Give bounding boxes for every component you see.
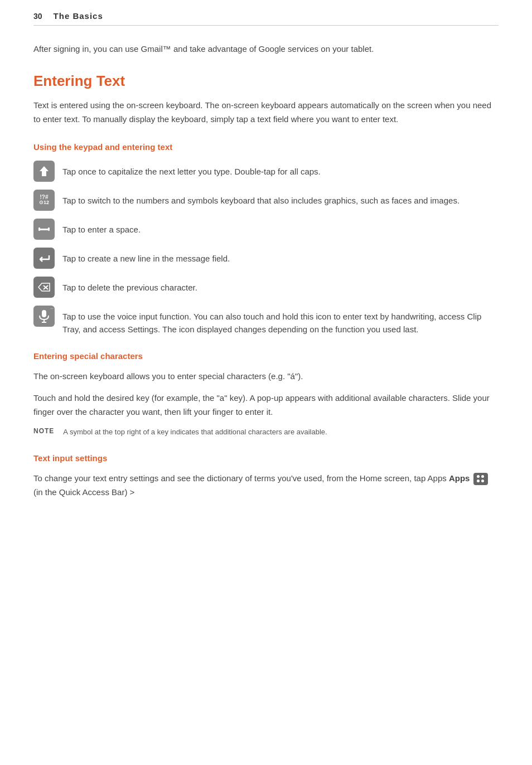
text-input-body-before: To change your text entry settings and s… bbox=[33, 473, 447, 483]
entering-special-section: Entering special characters The on-scree… bbox=[33, 351, 499, 438]
list-item: Tap once to capitalize the next letter y… bbox=[33, 161, 499, 182]
page-header: 30 The Basics bbox=[33, 11, 499, 26]
enter-key-icon bbox=[33, 248, 55, 269]
keypad-items-list: Tap once to capitalize the next letter y… bbox=[33, 161, 499, 336]
entering-text-title: Entering Text bbox=[33, 72, 499, 90]
text-input-body: To change your text entry settings and s… bbox=[33, 472, 499, 500]
entering-text-section: Entering Text Text is entered using the … bbox=[33, 72, 499, 336]
list-item: ··· Tap to use the voice input function.… bbox=[33, 306, 499, 336]
page-number: 30 bbox=[33, 12, 42, 21]
text-input-body-after: (in the Quick Access Bar) > bbox=[33, 487, 134, 497]
space-key-text: Tap to enter a space. bbox=[62, 219, 141, 236]
delete-key-text: Tap to delete the previous character. bbox=[62, 277, 197, 294]
list-item: Tap to enter a space. bbox=[33, 219, 499, 240]
mic-key-text: Tap to use the voice input function. You… bbox=[62, 306, 499, 336]
list-item: !?# ⊙12 Tap to switch to the numbers and… bbox=[33, 190, 499, 211]
mic-key-icon: ··· bbox=[33, 306, 55, 327]
apps-dot bbox=[481, 480, 484, 482]
list-item: Tap to delete the previous character. bbox=[33, 277, 499, 298]
apps-icon bbox=[473, 473, 488, 485]
svg-rect-3 bbox=[48, 227, 50, 231]
svg-rect-2 bbox=[38, 227, 40, 231]
text-input-settings-title: Text input settings bbox=[33, 453, 499, 463]
list-item: Tap to create a new line in the message … bbox=[33, 248, 499, 269]
entering-special-body1: The on-screen keyboard allows you to ent… bbox=[33, 370, 499, 384]
entering-special-body2: Touch and hold the desired key (for exam… bbox=[33, 391, 499, 419]
intro-text: After signing in, you can use Gmail™ and… bbox=[33, 42, 499, 56]
num-key-icon: !?# ⊙12 bbox=[33, 190, 55, 211]
keypad-subsection-title: Using the keypad and entering text bbox=[33, 142, 499, 152]
apps-label: Apps bbox=[449, 473, 472, 483]
delete-key-icon bbox=[33, 277, 55, 298]
shift-key-icon bbox=[33, 161, 55, 182]
text-input-section: Text input settings To change your text … bbox=[33, 453, 499, 500]
keypad-subsection: Using the keypad and entering text Tap o… bbox=[33, 142, 499, 336]
apps-dots-grid bbox=[475, 473, 486, 484]
svg-rect-6 bbox=[42, 310, 46, 317]
note-label: NOTE bbox=[33, 427, 54, 435]
entering-special-title: Entering special characters bbox=[33, 351, 499, 361]
svg-marker-0 bbox=[40, 166, 49, 176]
num-key-text: Tap to switch to the numbers and symbols… bbox=[62, 190, 460, 207]
page-container: 30 The Basics After signing in, you can … bbox=[0, 0, 532, 765]
apps-dot bbox=[477, 475, 480, 478]
apps-dot bbox=[477, 480, 480, 482]
enter-key-text: Tap to create a new line in the message … bbox=[62, 248, 230, 265]
note-content: A symbol at the top right of a key indic… bbox=[63, 427, 327, 438]
header-title: The Basics bbox=[54, 11, 103, 21]
apps-dot bbox=[481, 475, 484, 478]
note-block: NOTE A symbol at the top right of a key … bbox=[33, 427, 499, 438]
space-key-icon bbox=[33, 219, 55, 240]
entering-text-body: Text is entered using the on-screen keyb… bbox=[33, 99, 499, 127]
shift-key-text: Tap once to capitalize the next letter y… bbox=[62, 161, 321, 178]
